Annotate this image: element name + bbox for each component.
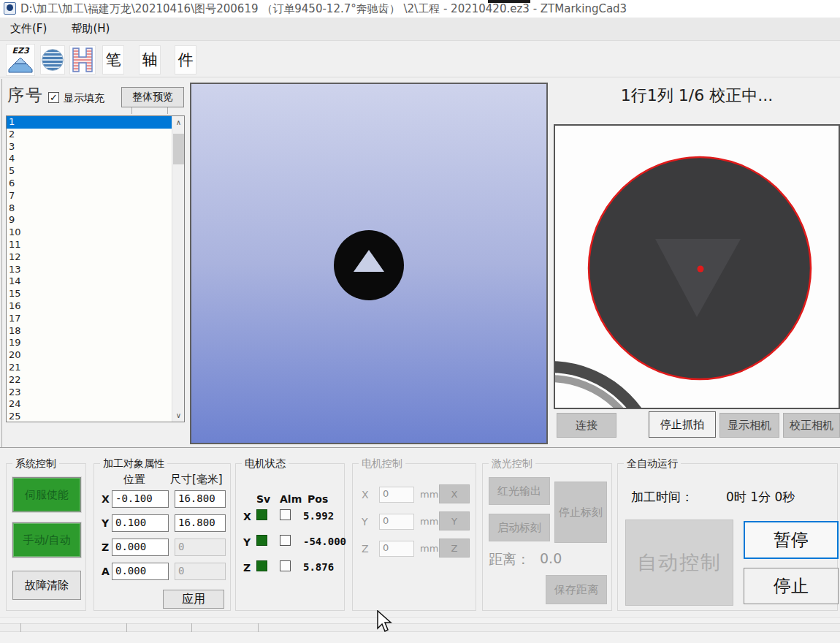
motor-control-group: 电机控制 X0mmXY0mmYZ0mmZ — [352, 463, 476, 611]
position-value: 5.876 — [303, 561, 334, 573]
list-item[interactable]: 21 — [7, 362, 172, 374]
axis-label: X — [362, 489, 369, 501]
list-item[interactable]: 13 — [7, 264, 172, 276]
size-input[interactable]: 16.800 — [175, 490, 226, 508]
list-item[interactable]: 16 — [7, 300, 172, 313]
ez3-new-button[interactable]: EZ3 — [6, 44, 35, 76]
camera-center-dot — [698, 266, 704, 273]
axis-label: Z — [362, 543, 369, 555]
apply-button[interactable]: 应用 — [163, 590, 224, 609]
status-separator — [20, 623, 21, 632]
servo-enable-button[interactable]: 伺服使能 — [12, 477, 81, 512]
list-item[interactable]: 19 — [7, 337, 172, 349]
sv-column-header: Sv — [256, 493, 270, 505]
list-item[interactable]: 8 — [7, 202, 172, 215]
axis-label: Z — [102, 541, 109, 553]
processing-time-value: 0时 1分 0秒 — [726, 489, 795, 506]
servo-indicator — [256, 560, 267, 571]
list-item[interactable]: 17 — [7, 313, 172, 325]
property-row: Z0.0000 — [94, 539, 232, 556]
position-input[interactable]: 0.100 — [112, 514, 169, 532]
position-input[interactable]: 0.000 — [112, 539, 169, 556]
list-item[interactable]: 25 — [7, 411, 172, 422]
laser-control-title: 激光控制 — [489, 457, 535, 471]
menu-file[interactable]: 文件(F) — [0, 18, 57, 40]
position-input[interactable]: 0.000 — [112, 563, 169, 580]
panel-border — [0, 447, 840, 448]
scroll-down-icon[interactable]: ∨ — [172, 409, 185, 422]
window-title: D:\加工\加工\福建万龙\20210416\图号200619 （订单9450-… — [20, 2, 627, 16]
jog-axis-button: Y — [439, 511, 470, 530]
fault-clear-button[interactable]: 故障清除 — [12, 571, 81, 600]
object-properties-title: 加工对象属性 — [100, 457, 167, 471]
list-item[interactable]: 5 — [7, 165, 172, 178]
sequence-list-scrollbar[interactable]: ∧ ∨ — [172, 116, 184, 422]
list-item[interactable]: 14 — [7, 275, 172, 288]
toolbar: EZ3 笔 轴 件 — [0, 42, 840, 77]
size-input[interactable]: 16.800 — [175, 514, 226, 532]
distance-value: 0.0 — [540, 550, 562, 566]
pause-button[interactable]: 暂停 — [744, 521, 839, 559]
stop-marking-button: 停止标刻 — [554, 482, 607, 543]
overall-preview-button[interactable]: 整体预览 — [121, 87, 184, 107]
list-item[interactable]: 7 — [7, 190, 172, 202]
list-item[interactable]: 24 — [7, 398, 172, 411]
axis-label: Z — [243, 562, 251, 574]
list-item[interactable]: 9 — [7, 214, 172, 227]
position-column-header: 位置 — [123, 473, 145, 487]
alarm-indicator — [280, 509, 291, 520]
scrollbar-thumb[interactable] — [173, 134, 184, 164]
pen-button-label: 笔 — [106, 50, 121, 70]
menu-help[interactable]: 帮助(H) — [61, 18, 120, 40]
axis-button[interactable]: 轴 — [139, 45, 161, 75]
overlapping-window-fragment — [488, 0, 530, 3]
motor-control-row: Y0mmY — [353, 513, 477, 530]
sphere-icon — [42, 49, 64, 71]
status-bar — [0, 617, 840, 643]
list-item[interactable]: 3 — [7, 141, 172, 153]
list-item[interactable]: 12 — [7, 251, 172, 264]
pen-button[interactable]: 笔 — [102, 45, 124, 75]
part-button[interactable]: 件 — [175, 45, 196, 75]
workpiece-drawing — [191, 84, 546, 443]
property-row: A0.0000 — [94, 563, 232, 580]
drawing-canvas[interactable] — [190, 83, 548, 444]
list-item[interactable]: 20 — [7, 349, 172, 362]
axis-label: X — [243, 511, 251, 522]
list-item[interactable]: 4 — [7, 153, 172, 165]
list-item[interactable]: 23 — [7, 387, 172, 399]
property-row: X-0.10016.800 — [94, 490, 232, 508]
position-value: -54.000 — [303, 536, 346, 547]
motor-control-title: 电机控制 — [359, 457, 405, 471]
auto-control-button: 自动控制 — [625, 520, 733, 606]
manual-auto-button[interactable]: 手动/自动 — [12, 522, 81, 558]
panel-border — [1, 79, 2, 448]
ez3-icon: EZ3 — [12, 47, 28, 55]
sequence-header: 序号 — [7, 84, 44, 107]
motor-control-row: Z0mmZ — [353, 540, 477, 558]
hatch-sphere-button[interactable] — [40, 45, 65, 75]
axis-label: X — [102, 493, 110, 505]
list-item[interactable]: 10 — [7, 227, 172, 239]
sequence-list[interactable]: 1234567891011121314151617181920212223242… — [6, 115, 185, 422]
list-item[interactable]: 22 — [7, 374, 172, 387]
hatch-h-button[interactable] — [69, 45, 96, 75]
list-item[interactable]: 6 — [7, 178, 172, 190]
list-item[interactable]: 15 — [7, 288, 172, 300]
stop-button[interactable]: 停止 — [744, 568, 839, 604]
position-input[interactable]: -0.100 — [112, 490, 169, 508]
show-fill-checkbox[interactable]: ✓ — [48, 92, 59, 103]
alarm-indicator — [280, 535, 291, 546]
list-item[interactable]: 2 — [7, 129, 172, 141]
motor-status-row: Z5.876 — [236, 560, 345, 578]
red-light-button: 红光输出 — [489, 477, 550, 505]
list-item[interactable]: 11 — [7, 239, 172, 251]
list-item[interactable]: 18 — [7, 325, 172, 338]
auto-run-group: 全自动运行 加工时间： 0时 1分 0秒 自动控制 暂停 停止 — [617, 463, 838, 611]
stop-capture-button[interactable]: 停止抓拍 — [649, 411, 716, 438]
jog-axis-button: X — [439, 484, 470, 503]
scroll-up-icon[interactable]: ∧ — [172, 116, 185, 129]
motor-status-title: 电机状态 — [242, 457, 289, 471]
axis-label: A — [102, 566, 110, 577]
list-item[interactable]: 1 — [7, 116, 172, 129]
